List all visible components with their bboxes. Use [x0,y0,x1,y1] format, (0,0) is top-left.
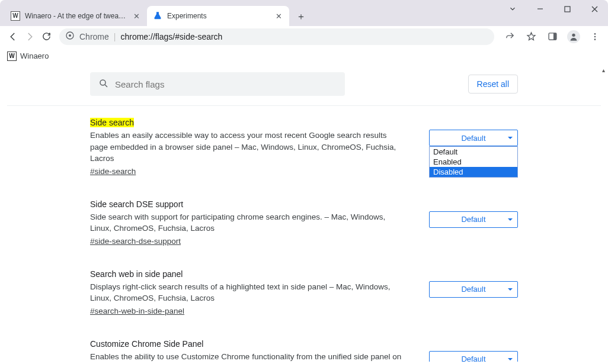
address-bar[interactable]: Chrome | chrome://flags/#side-search [59,28,494,45]
bookmark-favicon: W [7,51,17,61]
svg-point-10 [594,36,596,37]
toolbar: Chrome | chrome://flags/#side-search [0,26,608,47]
flag-description: Displays right-click search results of a… [90,281,405,304]
flag-item: Side searchEnables an easily accessible … [90,118,518,176]
favicon-winaero: W [11,11,20,21]
close-icon[interactable]: ✕ [274,11,283,21]
titlebar: W Winaero - At the edge of tweaking ✕ Ex… [0,0,608,26]
dropdown-option[interactable]: Default [430,147,517,157]
bookmark-star-icon[interactable] [523,28,539,45]
search-icon [98,78,109,91]
bookmark-item[interactable]: Winaero [20,51,49,60]
svg-point-8 [572,33,575,36]
flag-dropdown[interactable]: Default [429,130,518,146]
menu-icon[interactable] [587,28,603,45]
flag-item: Side search DSE supportSide search with … [90,199,518,246]
flag-title: Side search [90,118,134,127]
share-icon[interactable] [501,28,518,45]
address-url: chrome://flags/#side-search [120,32,222,41]
flag-title: Customize Chrome Side Panel [90,339,203,349]
forward-button[interactable] [21,28,38,45]
flag-dropdown[interactable]: Default [429,351,518,362]
flag-title: Search web in side panel [90,269,183,279]
reset-all-button[interactable]: Reset all [468,75,518,94]
svg-line-13 [105,85,107,87]
tab-strip: W Winaero - At the edge of tweaking ✕ Ex… [5,5,309,26]
maximize-button[interactable] [553,0,581,18]
tab-title: Experiments [167,12,270,20]
svg-point-12 [100,80,105,85]
bookmarks-bar: W Winaero [0,47,608,65]
flag-item: Search web in side panelDisplays right-c… [90,269,518,315]
tab-experiments[interactable]: Experiments ✕ [147,6,289,26]
svg-rect-7 [553,33,556,40]
svg-point-9 [594,33,596,35]
flag-item: Customize Chrome Side PanelEnables the a… [90,339,518,362]
close-button[interactable] [581,0,608,18]
tab-title: Winaero - At the edge of tweaking [25,12,128,20]
flag-anchor-link[interactable]: #side-search [90,167,136,176]
site-info-icon[interactable] [65,31,75,42]
close-icon[interactable]: ✕ [132,11,141,21]
scrollbar[interactable]: ▴ [599,65,608,362]
flag-title: Side search DSE support [90,199,183,209]
dropdown-option[interactable]: Disabled [430,167,517,177]
flag-description: Enables an easily accessible way to acce… [90,130,405,165]
search-input[interactable] [115,79,337,89]
dropdown-menu: DefaultEnabledDisabled [429,146,518,178]
tab-search-icon[interactable] [499,0,526,18]
window-controls [499,0,608,18]
page-content: Reset all Side searchEnables an easily a… [7,65,601,362]
flag-anchor-link[interactable]: #side-search-dse-support [90,237,181,246]
scroll-up-icon[interactable]: ▴ [599,65,608,75]
tab-winaero[interactable]: W Winaero - At the edge of tweaking ✕ [5,6,147,26]
flag-description: Enables the ability to use Customize Chr… [90,351,405,362]
reload-button[interactable] [38,28,55,45]
svg-point-11 [594,38,596,40]
toolbar-icons [501,28,603,45]
profile-avatar[interactable] [565,28,582,45]
flags-header: Reset all [90,65,518,103]
flag-description: Side search with support for participati… [90,211,405,234]
back-button[interactable] [5,28,21,45]
flag-dropdown[interactable]: Default [429,211,518,228]
address-host: Chrome [79,32,109,41]
flag-anchor-link[interactable]: #search-web-in-side-panel [90,307,184,315]
svg-rect-1 [565,7,570,12]
side-panel-icon[interactable] [544,28,561,45]
flask-icon [153,11,162,21]
search-flags-box[interactable] [90,72,345,96]
flag-dropdown[interactable]: Default [429,281,518,298]
dropdown-option[interactable]: Enabled [430,157,517,167]
new-tab-button[interactable]: ＋ [293,8,309,25]
svg-point-5 [69,34,71,37]
minimize-button[interactable] [526,0,553,18]
flags-list: Side searchEnables an easily accessible … [90,106,518,362]
